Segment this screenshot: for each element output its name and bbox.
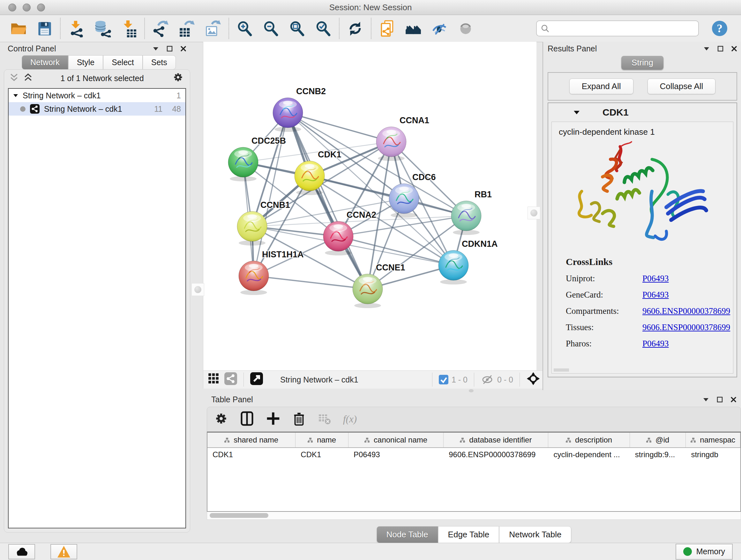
memory-button[interactable]: Memory: [676, 544, 733, 560]
column-header-name[interactable]: name: [295, 433, 348, 447]
warnings-button[interactable]: [51, 544, 77, 559]
column-header-id[interactable]: @id: [630, 433, 686, 447]
cell-shared-name[interactable]: CDK1: [207, 450, 295, 459]
right-splitter-handle[interactable]: [528, 206, 540, 219]
delete-column-trash-icon[interactable]: [292, 411, 306, 428]
cell-id[interactable]: stringdb:9...: [630, 450, 686, 459]
zoom-selected-button[interactable]: [313, 18, 333, 38]
tab-edge-table[interactable]: Edge Table: [438, 526, 499, 543]
expand-all-button[interactable]: Expand All: [569, 78, 633, 94]
show-graphics-eye-button[interactable]: [456, 18, 475, 38]
crosslink-link-genecard[interactable]: P06493: [643, 290, 669, 300]
column-header-namespac[interactable]: namespac: [686, 433, 740, 447]
cell-database-identifier[interactable]: 9606.ENSP00000378699: [444, 450, 548, 459]
inner-scrollbar-thumb[interactable]: [554, 368, 569, 372]
network-node-ccna1[interactable]: [376, 127, 406, 161]
column-header-database-identifier[interactable]: database identifier: [444, 433, 548, 447]
cell-name[interactable]: CDK1: [295, 450, 348, 459]
network-edge[interactable]: [288, 113, 367, 289]
tab-string[interactable]: String: [621, 56, 664, 70]
import-network-button[interactable]: [66, 18, 86, 38]
crosslink-link-tissues[interactable]: 9606.ENSP00000378699: [643, 322, 730, 332]
close-panel-icon[interactable]: [180, 46, 186, 52]
tab-sets[interactable]: Sets: [143, 55, 176, 70]
import-table-button[interactable]: [119, 18, 138, 38]
left-splitter-handle[interactable]: [192, 283, 204, 296]
close-panel-icon[interactable]: [731, 396, 737, 402]
crosslink-link-uniprot[interactable]: P06493: [643, 273, 669, 284]
network-edge[interactable]: [254, 276, 367, 289]
column-header-description[interactable]: description: [548, 433, 630, 447]
network-node-hist1h1a[interactable]: [239, 261, 269, 295]
open-session-button[interactable]: [8, 18, 28, 38]
float-panel-icon[interactable]: [717, 396, 723, 402]
maximize-window-button[interactable]: [37, 3, 45, 11]
close-window-button[interactable]: [8, 3, 16, 11]
network-node-rb1[interactable]: [451, 201, 481, 235]
tab-node-table[interactable]: Node Table: [377, 526, 438, 543]
collapse-all-networks-icon[interactable]: [10, 73, 18, 83]
tab-network[interactable]: Network: [22, 55, 68, 70]
crosslink-link-pharos[interactable]: P06493: [643, 339, 669, 349]
network-node-ccne1[interactable]: [353, 274, 383, 308]
tab-network-table[interactable]: Network Table: [499, 526, 571, 543]
table-hscrollbar-thumb[interactable]: [210, 513, 268, 518]
cell-canonical-name[interactable]: P06493: [348, 450, 444, 459]
network-node-cdc25b[interactable]: [228, 147, 258, 181]
close-panel-icon[interactable]: [731, 46, 737, 52]
column-header-shared-name[interactable]: shared name: [207, 433, 295, 447]
minimize-window-button[interactable]: [23, 3, 30, 11]
export-table-button[interactable]: [177, 18, 197, 38]
home-button[interactable]: [403, 18, 423, 38]
crosslink-link-compartments[interactable]: 9606.ENSP00000378699: [643, 306, 730, 316]
network-options-gear-icon[interactable]: [172, 71, 184, 85]
selected-checkbox-icon[interactable]: [439, 375, 448, 384]
tab-select[interactable]: Select: [103, 55, 142, 70]
export-image-button[interactable]: [203, 18, 223, 38]
zoom-out-button[interactable]: [261, 18, 281, 38]
table-row[interactable]: CDK1CDK1P064939606.ENSP00000378699cyclin…: [207, 448, 740, 461]
horizontal-splitter-handle[interactable]: [469, 389, 474, 392]
tab-style[interactable]: Style: [68, 55, 104, 70]
export-network-button[interactable]: [151, 18, 171, 38]
show-columns-icon[interactable]: [240, 411, 254, 428]
network-node-ccnb2[interactable]: [273, 98, 303, 132]
import-network-from-database-button[interactable]: [92, 18, 112, 38]
panel-menu-caret-icon[interactable]: [152, 46, 159, 51]
network-collection-row[interactable]: String Network – cdk1 1: [9, 89, 185, 102]
string-import-button[interactable]: [377, 18, 397, 38]
float-panel-icon[interactable]: [718, 46, 724, 52]
table-hscrollbar[interactable]: [207, 512, 741, 520]
expand-all-networks-icon[interactable]: [24, 73, 32, 83]
function-builder-button[interactable]: f(x): [343, 414, 357, 425]
column-header-canonical-name[interactable]: canonical name: [348, 433, 444, 447]
cell-description[interactable]: cyclin-dependent ...: [548, 450, 630, 459]
zoom-in-button[interactable]: [235, 18, 255, 38]
search-input[interactable]: [549, 23, 694, 33]
apply-layout-button[interactable]: [345, 18, 365, 38]
network-view-canvas[interactable]: CCNB2CCNA1CDC25BCDK1CDC6RB1CCNB1CCNA2CDK…: [203, 42, 536, 370]
network-node-ccnb1[interactable]: [237, 211, 267, 246]
open-view-in-window-icon[interactable]: [250, 372, 263, 387]
collapse-triangle-icon[interactable]: [13, 94, 18, 98]
birdseye-crosshair-icon[interactable]: [526, 372, 540, 388]
cloud-status-button[interactable]: [8, 544, 35, 559]
show-grid-icon[interactable]: [207, 372, 220, 387]
zoom-fit-content-button[interactable]: [287, 18, 307, 38]
network-node-cdkn1a[interactable]: [439, 250, 468, 285]
save-session-button[interactable]: [35, 18, 54, 38]
panel-menu-caret-icon[interactable]: [703, 46, 710, 51]
create-column-plus-icon[interactable]: [266, 411, 280, 428]
section-collapse-triangle-icon[interactable]: [573, 110, 580, 115]
float-panel-icon[interactable]: [166, 46, 173, 52]
network-graph[interactable]: CCNB2CCNA1CDC25BCDK1CDC6RB1CCNB1CCNA2CDK…: [203, 42, 536, 370]
toggle-panel-eye-button[interactable]: [429, 18, 449, 38]
panel-menu-caret-icon[interactable]: [703, 397, 709, 402]
delete-table-icon[interactable]: [318, 412, 332, 427]
network-badge-gray-icon[interactable]: [224, 372, 237, 387]
collapse-all-button[interactable]: Collapse All: [648, 78, 716, 94]
table-options-gear-icon[interactable]: [214, 411, 228, 428]
hidden-eye-icon[interactable]: [481, 374, 494, 385]
network-row-selected[interactable]: String Network – cdk1 11 48: [9, 102, 185, 116]
help-button[interactable]: ?: [710, 18, 730, 38]
